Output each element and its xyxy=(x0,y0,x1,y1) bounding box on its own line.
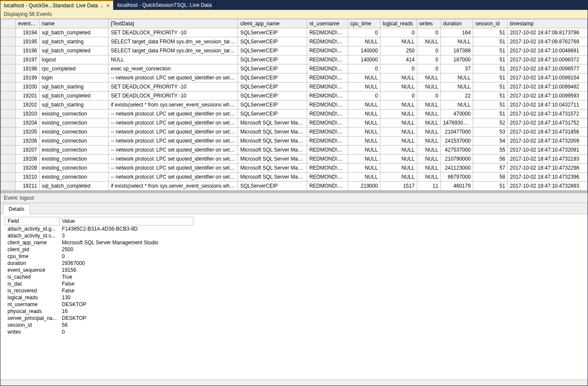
cell[interactable]: NULL xyxy=(380,73,417,82)
cell[interactable]: 414 xyxy=(380,55,417,64)
cell[interactable]: existing_connection xyxy=(39,164,109,173)
document-tab-1[interactable]: localhost - QuickSessionTSQL: Live Data xyxy=(114,0,215,10)
cell[interactable]: -- network protocol: LPC set quoted_iden… xyxy=(109,137,238,146)
cell[interactable]: 241123000 xyxy=(440,164,473,173)
document-tab-0[interactable]: localhost - QuickSe...Standard: Live Dat… xyxy=(0,0,114,10)
cell[interactable]: 52 xyxy=(473,119,507,128)
cell[interactable]: 2017-10-02 18:47:10.4732009 xyxy=(507,137,587,146)
details-row[interactable]: is_dacFalse xyxy=(5,280,193,287)
table-row[interactable]: 19195sql_batch_startingSELECT target_dat… xyxy=(1,37,588,46)
table-row[interactable]: 19203existing_connection-- network proto… xyxy=(1,109,588,119)
cell[interactable]: REDMOND\DES... xyxy=(307,64,348,73)
cell[interactable]: NULL xyxy=(417,164,440,173)
cell[interactable]: 187000 xyxy=(440,55,473,64)
cell[interactable]: sql_batch_completed xyxy=(39,91,109,100)
cell[interactable]: REDMOND\DES... xyxy=(307,37,348,46)
cell[interactable]: Microsoft SQL Server Manage... xyxy=(238,155,307,164)
cell[interactable]: NULL xyxy=(380,164,417,173)
table-row[interactable]: 19198rpc_completedexec sp_reset_connecti… xyxy=(1,64,588,73)
cell[interactable]: NULL xyxy=(348,73,380,82)
cell[interactable]: 140000 xyxy=(348,46,380,55)
cell[interactable]: REDMOND\DES... xyxy=(307,73,348,82)
cell[interactable]: sql_batch_starting xyxy=(39,82,109,91)
cell[interactable]: -- network protocol: LPC set quoted_iden… xyxy=(109,155,238,164)
table-row[interactable]: 19197logoutNULLSQLServerCEIPREDMOND\DES.… xyxy=(1,55,588,64)
cell[interactable]: 19197 xyxy=(16,55,39,64)
details-row[interactable]: client_app_nameMicrosoft SQL Server Mana… xyxy=(5,239,193,246)
cell[interactable]: 2017-10-02 18:47:10.4732298 xyxy=(507,164,587,173)
cell[interactable]: 2017-10-02 18:47:10.4732396 xyxy=(507,173,587,182)
cell[interactable]: NULL xyxy=(109,55,238,64)
cell[interactable]: 55 xyxy=(473,146,507,155)
col-header-1[interactable]: name xyxy=(39,19,109,28)
cell[interactable]: 2017-10-02 18:47:10.0099593 xyxy=(507,91,587,100)
cell[interactable]: -- network protocol: LPC set quoted_iden… xyxy=(109,146,238,155)
cell[interactable]: REDMOND\DES... xyxy=(307,55,348,64)
cell[interactable]: 0 xyxy=(348,64,380,73)
cell[interactable]: SET DEADLOCK_PRIORITY -10 xyxy=(109,91,238,100)
row-selector[interactable] xyxy=(1,146,16,155)
event-grid[interactable]: event_...name[TextData]client_app_nament… xyxy=(0,19,588,191)
cell[interactable]: NULL xyxy=(348,137,380,146)
table-row[interactable]: 19194sql_batch_completedSET DEADLOCK_PRI… xyxy=(1,28,588,37)
row-selector[interactable] xyxy=(1,91,16,100)
cell[interactable]: NULL xyxy=(380,100,417,109)
details-col-field[interactable]: Field xyxy=(5,217,60,225)
row-selector[interactable] xyxy=(1,109,16,119)
cell[interactable]: 19200 xyxy=(16,82,39,91)
cell[interactable]: REDMOND\DES... xyxy=(307,164,348,173)
cell[interactable]: NULL xyxy=(380,146,417,155)
cell[interactable]: NULL xyxy=(417,100,440,109)
cell[interactable]: existing_connection xyxy=(39,173,109,182)
cell[interactable]: 19203 xyxy=(16,109,39,119)
cell[interactable]: Microsoft SQL Server Manage... xyxy=(238,173,307,182)
table-row[interactable]: 19196sql_batch_completedSELECT target_da… xyxy=(1,46,588,55)
cell[interactable]: 241537000 xyxy=(440,137,473,146)
cell[interactable]: 2017-10-02 18:47:10.0099482 xyxy=(507,82,587,91)
table-row[interactable]: 19207existing_connection-- network proto… xyxy=(1,146,588,155)
cell[interactable]: SQLServerCEIP xyxy=(238,182,307,191)
cell[interactable]: 2017-10-02 18:47:10.4732193 xyxy=(507,155,587,164)
table-row[interactable]: 19211sql_batch_completedif exists(select… xyxy=(1,182,588,191)
table-row[interactable]: 19205existing_connection-- network proto… xyxy=(1,128,588,137)
cell[interactable]: REDMOND\DES... xyxy=(307,146,348,155)
cell[interactable]: 1517 xyxy=(380,182,417,191)
cell[interactable]: NULL xyxy=(348,155,380,164)
cell[interactable]: NULL xyxy=(417,128,440,137)
cell[interactable]: 51 xyxy=(473,64,507,73)
cell[interactable]: -- network protocol: LPC set quoted_iden… xyxy=(109,73,238,82)
cell[interactable]: SQLServerCEIP xyxy=(238,64,307,73)
cell[interactable]: NULL xyxy=(380,155,417,164)
cell[interactable]: 86797000 xyxy=(440,173,473,182)
cell[interactable]: SQLServerCEIP xyxy=(238,82,307,91)
cell[interactable]: 51 xyxy=(473,46,507,55)
cell[interactable]: sql_batch_completed xyxy=(39,28,109,37)
cell[interactable]: 54 xyxy=(473,137,507,146)
cell[interactable]: NULL xyxy=(380,37,417,46)
cell[interactable]: NULL xyxy=(417,155,440,164)
details-row[interactable]: physical_reads16 xyxy=(5,308,193,315)
cell[interactable]: SQLServerCEIP xyxy=(238,37,307,46)
cell[interactable]: REDMOND\DES... xyxy=(307,46,348,55)
cell[interactable]: SQLServerCEIP xyxy=(238,73,307,82)
cell[interactable]: SQLServerCEIP xyxy=(238,46,307,55)
cell[interactable]: 51 xyxy=(473,182,507,191)
col-header-2[interactable]: [TextData] xyxy=(109,19,238,28)
cell[interactable]: 0 xyxy=(417,55,440,64)
cell[interactable]: 2017-10-02 18:47:10.0432711 xyxy=(507,100,587,109)
cell[interactable]: NULL xyxy=(380,173,417,182)
details-row[interactable]: logical_reads130 xyxy=(5,294,193,301)
cell[interactable]: 1476930000 xyxy=(440,119,473,128)
row-selector[interactable] xyxy=(1,73,16,82)
cell[interactable]: SET DEADLOCK_PRIORITY -10 xyxy=(109,82,238,91)
cell[interactable]: sql_batch_starting xyxy=(39,100,109,109)
row-selector[interactable] xyxy=(1,173,16,182)
cell[interactable]: NULL xyxy=(380,128,417,137)
cell[interactable]: NULL xyxy=(417,119,440,128)
cell[interactable]: Microsoft SQL Server Manage... xyxy=(238,119,307,128)
cell[interactable]: 2017-10-02 18:47:10.4731752 xyxy=(507,119,587,128)
col-header-10[interactable]: timestamp xyxy=(507,19,587,28)
cell[interactable]: 53 xyxy=(473,128,507,137)
cell[interactable]: 51 xyxy=(473,73,507,82)
row-selector[interactable] xyxy=(1,55,16,64)
